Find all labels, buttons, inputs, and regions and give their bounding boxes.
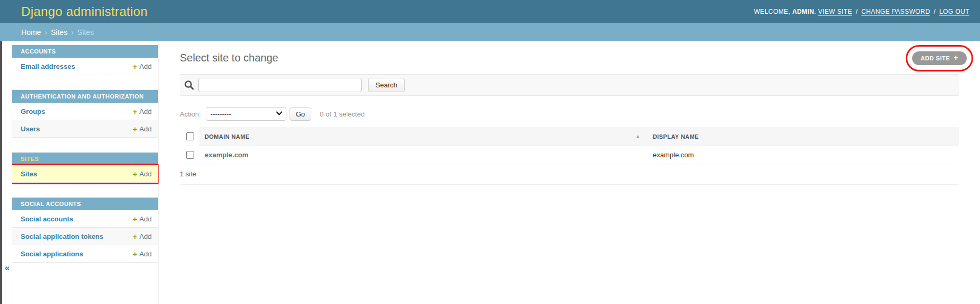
breadcrumb-separator: › bbox=[45, 28, 47, 37]
display-name-cell: example.com bbox=[648, 146, 959, 164]
add-site-button-label: ADD SITE bbox=[921, 55, 950, 61]
social-application-tokens-link[interactable]: Social application tokens bbox=[21, 233, 103, 240]
add-label: Add bbox=[139, 125, 152, 133]
content-area: ADD SITE + Select site to change Search … bbox=[159, 41, 980, 304]
search-input[interactable] bbox=[198, 78, 362, 92]
welcome-text: WELCOME, bbox=[754, 8, 791, 15]
breadcrumb: Home › Sites › Sites bbox=[0, 23, 980, 41]
action-label: Action: bbox=[180, 110, 201, 118]
add-label: Add bbox=[139, 250, 152, 258]
go-button[interactable]: Go bbox=[290, 108, 311, 121]
add-social-account-link[interactable]: +Add bbox=[133, 215, 152, 223]
sites-link[interactable]: Sites bbox=[21, 170, 37, 178]
add-label: Add bbox=[139, 170, 152, 178]
sidebar-section-accounts: ACCOUNTS Email addresses +Add bbox=[12, 45, 158, 75]
sidebar-item-email-addresses[interactable]: Email addresses +Add bbox=[12, 58, 158, 75]
plus-icon: + bbox=[133, 250, 137, 258]
social-accounts-link[interactable]: Social accounts bbox=[21, 215, 73, 223]
user-tools-separator: / bbox=[856, 8, 858, 15]
action-counter: 0 of 1 selected bbox=[320, 110, 365, 118]
breadcrumb-sites-app[interactable]: Sites bbox=[51, 28, 67, 37]
social-applications-link[interactable]: Social applications bbox=[21, 250, 83, 258]
object-tools: ADD SITE + bbox=[912, 51, 967, 65]
sidebar-item-users[interactable]: Users +Add bbox=[12, 120, 158, 138]
results-table: DOMAIN NAME ▲ DISPLAY NAME example.com e… bbox=[180, 127, 959, 164]
plus-icon: + bbox=[133, 233, 137, 240]
sidebar-item-social-accounts[interactable]: Social accounts +Add bbox=[12, 210, 158, 228]
sidebar-item-social-applications[interactable]: Social applications +Add bbox=[12, 245, 158, 263]
section-caption-social-accounts: SOCIAL ACCOUNTS bbox=[12, 198, 158, 210]
log-out-link[interactable]: LOG OUT bbox=[939, 8, 969, 15]
page-title: Select site to change bbox=[180, 52, 959, 64]
search-toolbar: Search bbox=[180, 74, 959, 96]
nav-sidebar: ACCOUNTS Email addresses +Add AUTHENTICA… bbox=[12, 41, 159, 304]
domain-name-cell: example.com bbox=[199, 146, 648, 164]
add-label: Add bbox=[139, 233, 152, 240]
plus-icon: + bbox=[133, 170, 137, 178]
sidebar-section-auth: AUTHENTICATION AND AUTHORIZATION Groups … bbox=[12, 90, 158, 138]
paginator-count: 1 site bbox=[180, 164, 959, 185]
add-site-button[interactable]: ADD SITE + bbox=[912, 51, 967, 65]
plus-icon: + bbox=[133, 108, 137, 115]
plus-icon: + bbox=[133, 125, 137, 133]
section-caption-accounts: ACCOUNTS bbox=[12, 45, 158, 58]
add-social-application-token-link[interactable]: +Add bbox=[133, 233, 152, 240]
sidebar-item-groups[interactable]: Groups +Add bbox=[12, 103, 158, 120]
actions-bar: Action: --------- Go 0 of 1 selected bbox=[180, 107, 959, 121]
email-addresses-link[interactable]: Email addresses bbox=[21, 62, 75, 70]
users-link[interactable]: Users bbox=[21, 125, 40, 133]
row-checkbox[interactable] bbox=[186, 151, 194, 159]
breadcrumb-current: Sites bbox=[77, 28, 94, 37]
add-social-application-link[interactable]: +Add bbox=[133, 250, 152, 258]
plus-icon: + bbox=[133, 62, 137, 70]
groups-link[interactable]: Groups bbox=[21, 108, 45, 115]
section-caption-auth: AUTHENTICATION AND AUTHORIZATION bbox=[12, 90, 158, 103]
table-row: example.com example.com bbox=[180, 146, 959, 164]
breadcrumb-separator: › bbox=[71, 28, 74, 37]
change-password-link[interactable]: CHANGE PASSWORD bbox=[861, 8, 930, 15]
row-select-cell bbox=[180, 146, 199, 164]
column-header-domain-name[interactable]: DOMAIN NAME ▲ bbox=[199, 127, 648, 146]
add-email-address-link[interactable]: +Add bbox=[133, 62, 152, 70]
sidebar-item-sites[interactable]: Sites +Add bbox=[12, 165, 158, 183]
user-tools-separator: / bbox=[934, 8, 936, 15]
add-label: Add bbox=[139, 108, 152, 115]
plus-icon: + bbox=[953, 55, 958, 61]
column-header-display-name[interactable]: DISPLAY NAME bbox=[648, 127, 959, 146]
column-header-label: DOMAIN NAME bbox=[205, 133, 249, 140]
username: ADMIN bbox=[792, 8, 814, 15]
site-title[interactable]: Django administration bbox=[21, 4, 147, 19]
add-user-link[interactable]: +Add bbox=[133, 125, 152, 133]
site-row-link[interactable]: example.com bbox=[205, 151, 248, 159]
username-period: . bbox=[814, 8, 816, 15]
section-caption-sites: SITES bbox=[12, 153, 158, 165]
add-site-sidebar-link[interactable]: +Add bbox=[133, 170, 152, 178]
plus-icon: + bbox=[133, 215, 137, 223]
view-site-link[interactable]: VIEW SITE bbox=[818, 8, 852, 15]
collapse-sidebar-button[interactable]: « bbox=[2, 263, 12, 273]
sort-ascending-icon[interactable]: ▲ bbox=[636, 134, 640, 139]
action-select[interactable]: --------- bbox=[206, 107, 286, 121]
search-icon bbox=[184, 80, 194, 90]
sidebar-toggle-column: « bbox=[2, 41, 12, 304]
sidebar-section-social-accounts: SOCIAL ACCOUNTS Social accounts +Add Soc… bbox=[12, 198, 158, 263]
select-all-checkbox[interactable] bbox=[186, 132, 194, 140]
user-tools: WELCOME, ADMIN. VIEW SITE / CHANGE PASSW… bbox=[754, 8, 969, 15]
table-header-row: DOMAIN NAME ▲ DISPLAY NAME bbox=[180, 127, 959, 146]
add-group-link[interactable]: +Add bbox=[133, 108, 152, 115]
breadcrumb-home[interactable]: Home bbox=[21, 28, 41, 37]
select-all-header-cell bbox=[180, 127, 199, 146]
add-label: Add bbox=[139, 215, 152, 223]
sidebar-section-sites: SITES Sites +Add bbox=[12, 153, 158, 183]
add-label: Add bbox=[139, 62, 152, 70]
header-bar: Django administration WELCOME, ADMIN. VI… bbox=[0, 0, 980, 23]
sidebar-item-social-application-tokens[interactable]: Social application tokens +Add bbox=[12, 228, 158, 245]
search-button[interactable]: Search bbox=[368, 78, 405, 92]
